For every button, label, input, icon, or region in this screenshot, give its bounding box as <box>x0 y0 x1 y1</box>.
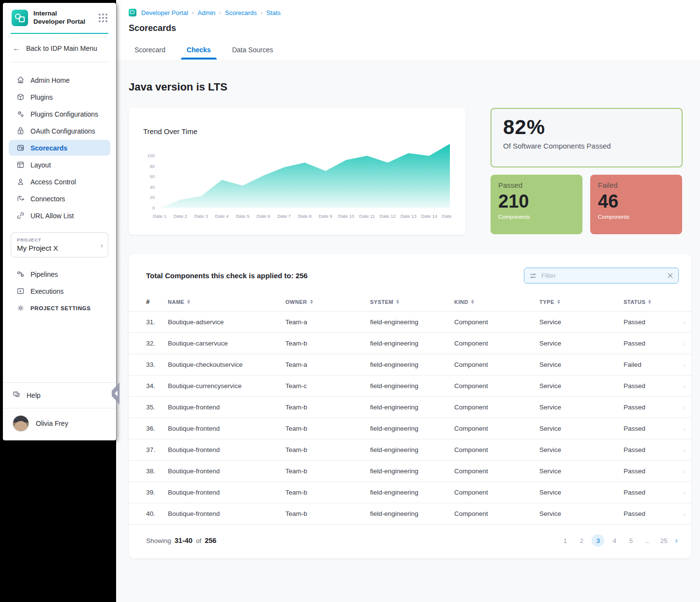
layout-icon <box>16 161 25 169</box>
logo-row: Internal Developer Portal <box>3 3 116 31</box>
project-selector[interactable]: PROJECT My Project X › <box>11 232 108 257</box>
close-icon[interactable] <box>667 272 673 279</box>
table-row[interactable]: 35.Boutique-frontendTeam-bfield-engineer… <box>129 397 691 418</box>
pagination-summary: Showing 31-40 of 256 <box>146 537 216 544</box>
cell-kind: Component <box>454 361 539 368</box>
sort-icon[interactable] <box>648 300 651 304</box>
y-axis-tick: 60 <box>149 174 155 179</box>
table-row[interactable]: 36.Boutique-frontendTeam-bfield-engineer… <box>129 418 691 439</box>
sidebar-item-scorecards[interactable]: Scorecards <box>9 140 110 156</box>
sort-icon[interactable] <box>471 300 474 304</box>
pagination-next-button[interactable]: › <box>674 536 679 545</box>
cell-name: Boutique-carservuce <box>168 340 285 347</box>
x-axis-tick: Date 1 <box>153 213 166 219</box>
column-label: NAME <box>168 299 184 305</box>
tab-checks[interactable]: Checks <box>187 46 211 60</box>
column-header-system[interactable]: SYSTEM <box>370 299 454 305</box>
row-index: 35. <box>146 404 168 411</box>
pagination-page-3[interactable]: 3 <box>592 534 604 547</box>
table-row[interactable]: 40.Boutique-frontendTeam-bfield-engineer… <box>129 503 691 525</box>
sidebar-nav: Admin HomePluginsPlugins ConfigurationsO… <box>3 62 116 225</box>
filter-box[interactable] <box>524 268 679 284</box>
sidebar-item-url-allow-list[interactable]: URL Allow List <box>9 208 110 224</box>
back-to-main-menu-button[interactable]: ← Back to IDP Main Menu <box>3 34 116 62</box>
sort-icon[interactable] <box>396 300 399 304</box>
row-chevron-icon: › <box>684 361 685 368</box>
sidebar-item-oauth-configurations[interactable]: OAuth Configurations <box>9 123 110 139</box>
table-row[interactable]: 31.Boutique-adserviceTeam-afield-enginee… <box>129 312 691 333</box>
breadcrumb-item-stats[interactable]: Stats <box>266 9 281 16</box>
x-axis-tick: Date 7 <box>277 213 291 219</box>
table-footer: Showing 31-40 of 256 12345...25› <box>129 525 691 554</box>
cell-type: Service <box>539 361 624 368</box>
tab-bar: ScorecardChecksData Sources <box>129 46 700 60</box>
column-header-owner[interactable]: OWNER <box>285 299 370 305</box>
idp-logo-icon <box>12 10 28 26</box>
cell-owner: Team-a <box>285 361 370 368</box>
sort-icon[interactable] <box>310 300 313 304</box>
cell-type: Service <box>539 446 624 453</box>
column-header-kind[interactable]: KIND <box>454 299 539 305</box>
pagination-page-5[interactable]: 5 <box>625 534 637 547</box>
x-axis-tick: Date 11 <box>359 213 375 219</box>
row-index: 38. <box>146 467 168 475</box>
breadcrumb-item-scorecards[interactable]: Scorecards <box>225 9 257 16</box>
cell-owner: Team-b <box>285 510 370 517</box>
breadcrumb-item-developer-portal[interactable]: Developer Portal <box>141 9 188 16</box>
sidebar-item-plugins-configurations[interactable]: Plugins Configurations <box>9 106 110 122</box>
sidebar-item-plugins[interactable]: Plugins <box>9 89 110 105</box>
sidebar-item-pipelines[interactable]: Pipelines <box>9 266 110 282</box>
components-table-card: Total Components this check is applied t… <box>129 254 691 558</box>
pagination-page-25[interactable]: 25 <box>657 534 670 547</box>
sidebar-item-executions[interactable]: Executions <box>9 283 110 299</box>
table-row[interactable]: 39.Boutique-frontendTeam-bfield-engineer… <box>129 482 691 503</box>
sort-icon[interactable] <box>557 300 560 304</box>
cell-owner: Team-b <box>285 340 370 347</box>
table-row[interactable]: 32.Boutique-carservuceTeam-bfield-engine… <box>129 333 691 354</box>
sidebar-item-project-settings[interactable]: PROJECT SETTINGS <box>9 300 110 316</box>
help-button[interactable]: Help <box>3 382 116 408</box>
sidebar-item-label: Plugins Configurations <box>30 110 98 118</box>
pagination-ellipsis: ... <box>641 534 654 547</box>
sort-icon[interactable] <box>187 300 190 304</box>
user-profile[interactable]: Olivia Frey <box>3 408 116 440</box>
tab-data-sources[interactable]: Data Sources <box>232 46 273 60</box>
breadcrumb-separator: › <box>219 10 221 15</box>
row-chevron-icon: › <box>684 446 685 453</box>
help-label: Help <box>27 391 41 399</box>
pagination-page-2[interactable]: 2 <box>575 534 588 547</box>
cell-type: Service <box>539 489 624 496</box>
x-axis-tick: Date 4 <box>215 213 229 219</box>
project-label: PROJECT <box>17 237 94 242</box>
x-axis-tick: Date 10 <box>338 213 354 219</box>
app-grid-icon[interactable] <box>98 13 108 23</box>
table-row[interactable]: 38.Boutique-frontendTeam-bfield-engineer… <box>129 461 691 482</box>
sidebar-item-layout[interactable]: Layout <box>9 157 110 173</box>
row-index: 33. <box>146 361 168 368</box>
row-chevron-icon: › <box>684 404 685 411</box>
sidebar-item-label: PROJECT SETTINGS <box>30 305 91 311</box>
cell-system: field-engineering <box>370 510 454 517</box>
breadcrumb-item-admin[interactable]: Admin <box>198 9 216 16</box>
page-title: Scorecards <box>129 23 700 33</box>
cell-system: field-engineering <box>370 467 454 475</box>
table-row[interactable]: 33.Boutique-checkoutserviceTeam-afield-e… <box>129 354 691 376</box>
filter-input[interactable] <box>541 272 663 279</box>
column-header-type[interactable]: TYPE <box>539 299 624 305</box>
table-row[interactable]: 34.Boutique-currencyserviceTeam-cfield-e… <box>129 376 691 397</box>
gears-icon <box>16 110 25 118</box>
column-label: # <box>146 298 150 305</box>
sidebar-item-connectors[interactable]: Connectors <box>9 191 110 207</box>
sidebar-item-admin-home[interactable]: Admin Home <box>9 72 110 88</box>
pagination-page-1[interactable]: 1 <box>559 534 571 547</box>
sidebar-item-access-control[interactable]: Access Control <box>9 174 110 190</box>
column-header-name[interactable]: NAME <box>168 299 285 305</box>
table-row[interactable]: 37.Boutique-frontendTeam-bfield-engineer… <box>129 439 691 461</box>
tab-scorecard[interactable]: Scorecard <box>134 46 165 60</box>
sidebar-item-label: Connectors <box>30 195 65 203</box>
breadcrumb-portal-icon <box>129 9 136 16</box>
pagination-page-4[interactable]: 4 <box>608 534 621 547</box>
cell-kind: Component <box>454 382 539 390</box>
row-chevron-icon: › <box>684 382 685 390</box>
column-header-status[interactable]: STATUS <box>624 299 686 305</box>
